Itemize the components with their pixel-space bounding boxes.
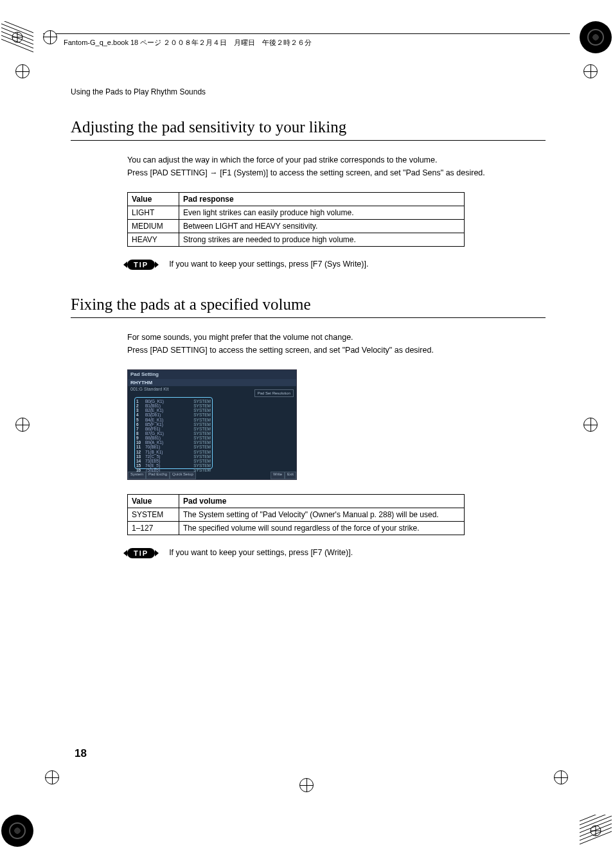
registration-mark-icon xyxy=(45,770,59,784)
screenshot-rhythm-label: RHYTHM xyxy=(128,379,296,386)
header-bar: Fantom-G_q_e.book 18 ページ ２００８年２月４日 月曜日 午… xyxy=(43,33,570,48)
header-book-info: Fantom-G_q_e.book 18 ページ ２００８年２月４日 月曜日 午… xyxy=(64,38,312,48)
table-header: Value xyxy=(128,495,179,508)
fkey-pad-exchg: Pad Exchg xyxy=(146,472,170,479)
page-number: 18 xyxy=(75,747,87,760)
screenshot-pad-list: 1B0(G_K1)SYSTEM 2B1(Bb1)SYSTEM 3B2(E_K1)… xyxy=(134,397,213,469)
registration-mark-icon xyxy=(15,64,30,78)
print-mark-br xyxy=(580,815,612,847)
tip-row: TIP If you want to keep your settings, p… xyxy=(127,260,546,270)
section1-p2: Press [PAD SETTING] → [F1 (System)] to a… xyxy=(127,166,546,179)
screenshot-fkeys: System Pad Exchg Quick Setup Write Exit xyxy=(128,472,296,479)
table-row: SYSTEMThe System setting of "Pad Velocit… xyxy=(128,508,465,522)
svg-line-4 xyxy=(1,21,33,33)
print-mark-tl xyxy=(1,21,33,53)
divider xyxy=(71,140,546,141)
section2-title: Fixing the pads at a specified volume xyxy=(71,296,546,314)
section1-title: Adjusting the pad sensitivity to your li… xyxy=(71,118,546,136)
registration-mark-icon xyxy=(583,418,598,432)
tip-badge-icon: TIP xyxy=(127,548,155,558)
section1-body: You can adjust the way in which the forc… xyxy=(127,154,546,179)
table-row: HEAVYStrong strikes are needed to produc… xyxy=(128,233,465,247)
section2-body: For some sounds, you might prefer that t… xyxy=(127,331,546,357)
fkey-system: System xyxy=(128,472,146,479)
pad-setting-screenshot: Pad Setting RHYTHM 001:G Standard Kit Pa… xyxy=(127,369,297,480)
section2-p1: For some sounds, you might prefer that t… xyxy=(127,331,546,344)
tip-row: TIP If you want to keep your settings, p… xyxy=(127,548,546,558)
registration-mark-icon xyxy=(554,770,568,784)
fkey-quick-setup: Quick Setup xyxy=(170,472,196,479)
table-row: MEDIUMBetween LIGHT and HEAVY sensitivit… xyxy=(128,220,465,233)
breadcrumb: Using the Pads to Play Rhythm Sounds xyxy=(71,87,546,96)
table-header: Pad volume xyxy=(179,495,465,508)
registration-mark-icon xyxy=(299,778,314,792)
svg-line-10 xyxy=(580,815,612,825)
table-header-row: Value Pad volume xyxy=(128,495,465,508)
registration-mark-icon xyxy=(583,64,598,78)
fkey-exit: Exit xyxy=(285,472,296,479)
print-mark-bl xyxy=(1,815,33,847)
table-row: LIGHTEven light strikes can easily produ… xyxy=(128,206,465,220)
pad-volume-table: Value Pad volume SYSTEMThe System settin… xyxy=(127,494,465,535)
screenshot-side-label: Pad Set Resolution xyxy=(254,389,294,397)
tip-badge-icon: TIP xyxy=(127,260,155,270)
tip-text: If you want to keep your settings, press… xyxy=(169,548,353,557)
table-row: 1–127The specified volume will sound reg… xyxy=(128,522,465,535)
tip-text: If you want to keep your settings, press… xyxy=(169,260,368,269)
print-mark-tr xyxy=(580,21,612,53)
section2-p2: Press [PAD SETTING] to access the settin… xyxy=(127,344,546,357)
fkey-write: Write xyxy=(271,472,285,479)
divider xyxy=(71,317,546,318)
section1-p1: You can adjust the way in which the forc… xyxy=(127,154,546,166)
registration-mark-icon xyxy=(15,418,30,432)
registration-mark-icon xyxy=(43,30,57,44)
table-header: Value xyxy=(128,193,179,206)
pad-sensitivity-table: Value Pad response LIGHTEven light strik… xyxy=(127,192,465,247)
table-header-row: Value Pad response xyxy=(128,193,465,206)
screenshot-title: Pad Setting xyxy=(128,370,296,379)
table-header: Pad response xyxy=(179,193,465,206)
